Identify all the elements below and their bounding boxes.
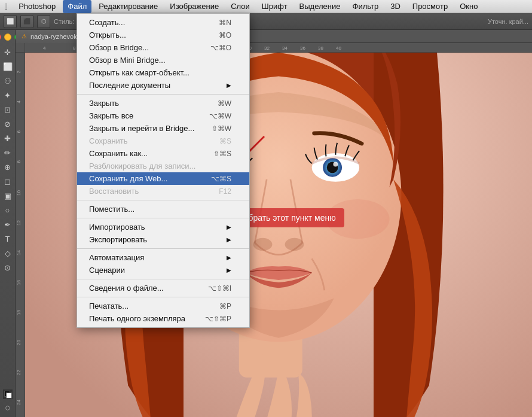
ruler-vertical: 2 4 6 8 10 12 14 16 18 20 22 24 <box>16 53 25 417</box>
menu-save-web[interactable]: Сохранить для Web... ⌥⌘S <box>77 172 249 185</box>
svg-point-12 <box>253 238 273 251</box>
tool-pen[interactable]: ✒ <box>1 218 14 231</box>
menu-open[interactable]: Открыть... ⌘O <box>77 29 249 41</box>
menu-recent[interactable]: Последние документы ▶ <box>77 79 249 92</box>
menu-save-as[interactable]: Сохранить как... ⇧⌘S <box>77 147 249 160</box>
menu-bridge[interactable]: Обзор в Bridge... ⌥⌘O <box>77 41 249 54</box>
tool-crop[interactable]: ⊡ <box>1 103 14 116</box>
apple-menu[interactable]:  <box>5 2 8 11</box>
menu-close-all-label: Закрыть все <box>89 111 133 120</box>
toolbar-mode-btn[interactable]: ⬜ <box>4 15 17 28</box>
menu-print[interactable]: Печатать... ⌘P <box>77 300 249 312</box>
toolbar-mode-btn3[interactable]: ⬡ <box>37 15 50 28</box>
menu-close-label: Закрыть <box>89 99 119 108</box>
svg-point-13 <box>285 238 304 251</box>
menu-recent-arrow: ▶ <box>227 82 231 89</box>
menu-save-label: Сохранить <box>89 136 128 145</box>
menu-save: Сохранить ⌘S <box>77 135 249 147</box>
menu-print-shortcut: ⌘P <box>219 302 231 311</box>
menu-bridge-shortcut: ⌥⌘O <box>210 44 231 52</box>
window-close[interactable] <box>0 34 1 41</box>
menu-file-info[interactable]: Сведения о файле... ⌥⇧⌘I <box>77 282 249 294</box>
menu-save-web-shortcut: ⌥⌘S <box>211 175 231 183</box>
menu-export-arrow: ▶ <box>227 236 231 243</box>
tool-path[interactable]: ◇ <box>1 246 14 260</box>
tools-panel: ✛ ⬜ ⚇ ✦ ⊡ ⊘ ✚ ✏ ⊕ ◻ ▣ ○ ✒ T ◇ ⊙ ⬡ <box>0 30 16 417</box>
menu-close[interactable]: Закрыть ⌘W <box>77 97 249 109</box>
menu-save-as-label: Сохранить как... <box>89 149 148 158</box>
menu-place[interactable]: Поместить... <box>77 203 249 215</box>
menu-mini-bridge-label: Обзор в Mini Bridge... <box>89 56 166 65</box>
menubar-filter[interactable]: Фильтр <box>348 0 384 13</box>
toolbar-mode-btn2[interactable]: ⬛ <box>20 15 33 28</box>
menubar-3d[interactable]: 3D <box>386 0 405 13</box>
tool-magic-wand[interactable]: ✦ <box>1 89 14 102</box>
menu-export[interactable]: Экспортировать ▶ <box>77 233 249 246</box>
menu-scripts-arrow: ▶ <box>227 267 231 273</box>
menu-sep-2 <box>77 200 249 200</box>
menu-print-one-label: Печать одного экземпляра <box>89 314 185 323</box>
menu-unlock-label: Разблокировать для записи... <box>89 162 195 171</box>
tool-brush[interactable]: ✏ <box>1 146 14 159</box>
menubar-edit[interactable]: Редактирование <box>94 0 163 13</box>
menu-sep-1 <box>77 94 249 95</box>
tool-marquee[interactable]: ⬜ <box>1 60 14 73</box>
style-label: Стиль: <box>54 18 74 25</box>
menu-close-bridge[interactable]: Закрыть и перейти в Bridge... ⇧⌘W <box>77 122 249 135</box>
menu-sep-4 <box>77 248 249 249</box>
annotation-text: Выбрать этот пункт меню <box>237 213 336 223</box>
doc-tab-icon: ⚠ <box>22 33 27 39</box>
file-menu-dropdown: Создать... ⌘N Открыть... ⌘O Обзор в Brid… <box>77 13 250 328</box>
menu-open-label: Открыть... <box>89 31 126 39</box>
menu-open-shortcut: ⌘O <box>219 31 231 39</box>
window-minimize[interactable] <box>4 34 11 41</box>
menu-print-label: Печатать... <box>89 302 129 311</box>
svg-point-11 <box>333 162 338 167</box>
tool-lasso[interactable]: ⚇ <box>1 74 14 87</box>
tool-eyedropper[interactable]: ⊘ <box>1 117 14 130</box>
tool-foreground-bg[interactable]: ⬡ <box>1 401 14 415</box>
menu-mini-bridge[interactable]: Обзор в Mini Bridge... <box>77 54 249 66</box>
menubar-font[interactable]: Шрифт <box>257 0 292 13</box>
menu-import[interactable]: Импортировать ▶ <box>77 221 249 233</box>
menubar-layers[interactable]: Слои <box>226 0 255 13</box>
tool-clone[interactable]: ⊕ <box>1 160 14 174</box>
menu-smart[interactable]: Открыть как смарт-объект... <box>77 66 249 79</box>
refine-btn[interactable]: Уточн. край... <box>488 18 528 25</box>
menubar-file[interactable]: Файл <box>63 0 91 13</box>
menu-import-label: Импортировать <box>89 223 145 232</box>
menu-sep-6 <box>77 297 249 297</box>
menu-automate[interactable]: Автоматизация ▶ <box>77 251 249 264</box>
menubar-image[interactable]: Изображение <box>165 0 224 13</box>
tool-heal[interactable]: ✚ <box>1 132 14 145</box>
tool-zoom[interactable]: ⊙ <box>1 261 14 274</box>
tool-move[interactable]: ✛ <box>1 45 14 59</box>
menubar-selection[interactable]: Выделение <box>295 0 346 13</box>
menu-scripts[interactable]: Сценарии ▶ <box>77 264 249 276</box>
menu-sep-5 <box>77 279 249 279</box>
ruler-corner <box>16 43 25 53</box>
menubar-window[interactable]: Окно <box>455 0 482 13</box>
menu-recent-label: Последние документы <box>89 81 170 90</box>
menu-close-all[interactable]: Закрыть все ⌥⌘W <box>77 109 249 122</box>
menu-print-one[interactable]: Печать одного экземпляра ⌥⇧⌘P <box>77 312 249 325</box>
menubar-view[interactable]: Просмотр <box>408 0 452 13</box>
menu-print-one-shortcut: ⌥⇧⌘P <box>205 315 231 323</box>
tool-text[interactable]: T <box>1 232 14 245</box>
menu-sep-3 <box>77 218 249 218</box>
menu-bridge-label: Обзор в Bridge... <box>89 43 149 52</box>
menu-close-bridge-shortcut: ⇧⌘W <box>212 124 231 133</box>
tool-gradient[interactable]: ▣ <box>1 189 14 202</box>
menu-revert-label: Восстановить <box>89 187 139 196</box>
menu-new[interactable]: Создать... ⌘N <box>77 16 249 29</box>
menu-automate-arrow: ▶ <box>227 254 231 261</box>
tool-eraser[interactable]: ◻ <box>1 175 14 188</box>
menubar-photoshop[interactable]: Photoshop <box>14 0 60 13</box>
menu-import-arrow: ▶ <box>227 224 231 230</box>
menu-close-all-shortcut: ⌥⌘W <box>209 112 231 120</box>
menu-file-info-shortcut: ⌥⇧⌘I <box>208 284 231 293</box>
menu-save-as-shortcut: ⇧⌘S <box>213 150 231 158</box>
tool-dodge[interactable]: ○ <box>1 203 14 217</box>
menubar:  Photoshop Файл Редактирование Изображе… <box>0 0 532 13</box>
menu-new-shortcut: ⌘N <box>219 19 231 27</box>
